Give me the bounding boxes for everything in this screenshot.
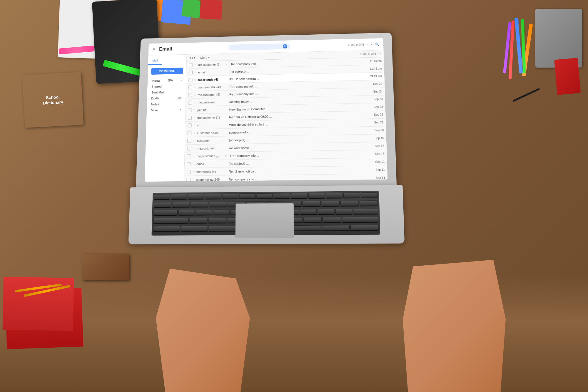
hamburger-icon[interactable]: ≡ (153, 47, 155, 51)
key[interactable] (303, 201, 321, 206)
email-star-0[interactable]: ☆ (194, 63, 197, 67)
sidebar-item-sent[interactable]: Sent Mail (147, 89, 186, 96)
key[interactable] (209, 202, 227, 207)
sidebar-item-notes[interactable]: Notes (147, 101, 186, 107)
email-checkbox-0[interactable] (189, 63, 193, 67)
key[interactable] (300, 209, 317, 214)
email-star-13[interactable]: ☆ (192, 162, 195, 166)
email-checkbox-15[interactable] (186, 178, 191, 181)
key[interactable] (154, 202, 171, 207)
key[interactable] (360, 200, 378, 206)
key[interactable] (318, 209, 334, 214)
email-star-10[interactable]: ☆ (193, 139, 196, 142)
key-caps[interactable] (153, 210, 178, 215)
search-icon[interactable]: 🔍 (283, 44, 287, 48)
email-star-2[interactable]: ☆ (194, 78, 197, 81)
email-star-9[interactable]: ☆ (193, 131, 196, 135)
key[interactable] (213, 210, 229, 215)
email-subject-2: Re : 2 new notifca ... (230, 75, 365, 81)
email-checkbox-12[interactable] (187, 154, 191, 158)
filter-more-btn[interactable]: More ▾ (200, 56, 210, 59)
laptop-screen[interactable]: ≡ Email 🔍 1-100 of 348 ‹ › 🔍 (145, 38, 387, 182)
search-bar[interactable]: 🔍 (229, 43, 290, 51)
key[interactable] (322, 201, 340, 206)
email-star-4[interactable]: ☆ (193, 93, 196, 97)
prev-page-icon[interactable]: ‹ (377, 52, 379, 55)
search-icon-right[interactable]: 🔍 (375, 42, 379, 46)
email-checkbox-13[interactable] (187, 162, 191, 166)
key-enter[interactable] (353, 209, 378, 214)
email-star-15[interactable]: ☆ (192, 178, 195, 181)
sidebar-item-drafts[interactable]: Drafts (10) (147, 95, 186, 101)
key[interactable] (274, 193, 290, 198)
sidebar-item-starred[interactable]: Starred (147, 83, 186, 89)
key[interactable] (222, 194, 238, 199)
key[interactable] (196, 210, 212, 215)
email-time-0: 11:13 pm (364, 59, 382, 63)
key[interactable] (205, 194, 221, 199)
sidebar-item-inbox[interactable]: Inbox (49) ▾ (148, 77, 186, 83)
key[interactable] (178, 210, 195, 215)
email-checkbox-2[interactable] (188, 78, 192, 82)
email-checkbox-11[interactable] (187, 146, 191, 150)
key[interactable] (343, 192, 360, 198)
key-shift[interactable] (153, 218, 188, 223)
key[interactable] (303, 217, 322, 222)
email-star-11[interactable]: ☆ (193, 147, 196, 150)
email-star-6[interactable]: ☆ (193, 108, 196, 112)
key[interactable] (291, 193, 308, 198)
email-subject-0: Re : company info ... (231, 60, 364, 66)
key[interactable] (323, 217, 341, 222)
key[interactable] (154, 194, 170, 199)
key[interactable] (171, 194, 187, 199)
key[interactable] (239, 193, 256, 199)
key[interactable] (172, 202, 190, 207)
email-checkbox-7[interactable] (188, 116, 192, 120)
email-star-7[interactable]: ☆ (193, 116, 196, 119)
email-star-14[interactable]: ☆ (192, 170, 195, 174)
key[interactable] (340, 201, 359, 206)
email-checkbox-10[interactable] (187, 139, 191, 143)
email-star-1[interactable]: ☆ (194, 71, 197, 74)
key-shift-right[interactable] (342, 217, 378, 222)
email-sender-1: email (198, 70, 226, 74)
key[interactable] (191, 202, 208, 207)
email-checkbox-4[interactable] (188, 93, 192, 97)
email-checkbox-9[interactable] (188, 131, 192, 135)
key-ctrl-right[interactable] (350, 225, 378, 230)
key[interactable] (189, 218, 207, 223)
sidebar-item-more[interactable]: More ▾ (147, 107, 186, 113)
key-alt[interactable] (181, 226, 208, 231)
key[interactable] (335, 209, 352, 214)
nav-next-icon[interactable]: › (371, 43, 372, 46)
filter-all-btn[interactable]: All ▾ (190, 56, 196, 59)
key-ctrl[interactable] (153, 226, 180, 231)
email-checkbox-1[interactable] (189, 71, 193, 74)
trackpad[interactable] (235, 203, 294, 238)
key[interactable] (361, 192, 377, 198)
email-subject-6: New Sign-in on Computer ... (229, 105, 366, 111)
email-sender-15: customer no.249 (196, 177, 225, 181)
key[interactable] (308, 193, 325, 198)
email-checkbox-3[interactable] (188, 86, 192, 89)
drafts-label: Drafts (151, 97, 159, 100)
email-checkbox-14[interactable] (187, 170, 191, 174)
email-checkbox-8[interactable] (188, 123, 192, 127)
email-star-5[interactable]: ☆ (193, 100, 196, 104)
key[interactable] (188, 194, 204, 199)
email-checkbox-6[interactable] (188, 108, 192, 112)
key[interactable] (326, 193, 343, 198)
email-sender-4: me,customer (2) (198, 93, 225, 96)
email-checkbox-5[interactable] (188, 100, 192, 104)
key-alt-right[interactable] (322, 225, 350, 230)
email-star-3[interactable]: ☆ (194, 86, 197, 89)
key[interactable] (208, 218, 226, 223)
inbox-badge: (49) (168, 79, 173, 82)
mail-label[interactable]: Mail (148, 58, 162, 65)
key[interactable] (256, 193, 273, 199)
compose-button[interactable]: COMPOSE (151, 68, 183, 75)
email-star-8[interactable]: ☆ (193, 123, 196, 127)
next-page-icon[interactable]: › (380, 52, 381, 55)
nav-prev-icon[interactable]: ‹ (367, 43, 368, 46)
email-star-12[interactable]: ☆ (192, 154, 195, 158)
